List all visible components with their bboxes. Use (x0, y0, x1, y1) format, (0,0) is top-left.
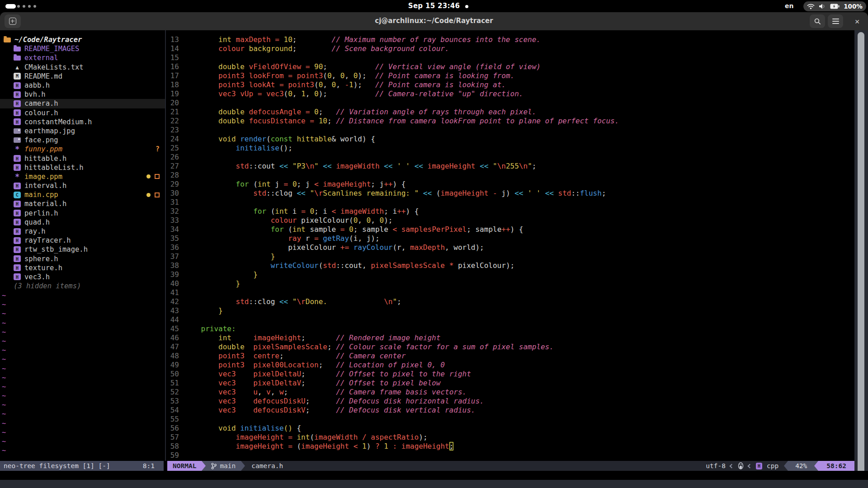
line-number: 16 (166, 62, 179, 71)
h-file-icon: H (14, 264, 21, 271)
code-line-59[interactable]: 59 (166, 451, 854, 460)
code-line-52[interactable]: 52 vec3 u, v, w; // Camera frame basis v… (166, 388, 854, 397)
code-line-24[interactable]: 24 void render(const hittable& world) { (166, 135, 854, 144)
tree-item-(3 hidden items)[interactable]: (3 hidden items) (0, 282, 165, 291)
code-line-53[interactable]: 53 vec3 defocusDiskU; // Defocus disk ho… (166, 397, 854, 406)
code-line-46[interactable]: 46 int imageHeight; // Rendered image he… (166, 333, 854, 343)
code-line-34[interactable]: 34 for (int sample = 0; sample < samples… (166, 225, 854, 234)
tree-item-earthmap.jpg[interactable]: earthmap.jpg (0, 127, 165, 136)
code-line-36[interactable]: 36 pixelColour += rayColour(r, maxDepth,… (166, 243, 854, 252)
code-line-44[interactable]: 44 (166, 315, 854, 324)
code-line-50[interactable]: 50 vec3 pixelDeltaU; // Offset to pixel … (166, 370, 854, 379)
code-line-55[interactable]: 55 (166, 415, 854, 424)
code-line-58[interactable]: 58 imageHeight = (imageHeight < 1) ? 1 :… (166, 442, 854, 451)
code-line-38[interactable]: 38 writeColour(std::cout, pixelSamplesSc… (166, 261, 854, 270)
code-line-15[interactable]: 15 (166, 53, 854, 62)
tree-item-rayTracer.h[interactable]: HrayTracer.h (0, 236, 165, 245)
tree-item-hittable.h[interactable]: Hhittable.h (0, 154, 165, 163)
code-line-56[interactable]: 56 void initialise() { (166, 424, 854, 433)
tree-item-perlin.h[interactable]: Hperlin.h (0, 209, 165, 218)
folder-file-icon (14, 47, 21, 52)
tree-item-material.h[interactable]: Hmaterial.h (0, 199, 165, 208)
code-line-32[interactable]: 32 for (int i = 0; i < imageWidth; i++) … (166, 207, 854, 216)
tree-item-~/Code/Raytracer[interactable]: ~/Code/Raytracer (0, 35, 165, 44)
tree-item-sphere.h[interactable]: Hsphere.h (0, 254, 165, 263)
tree-item-ray.h[interactable]: Hray.h (0, 227, 165, 236)
code-line-35[interactable]: 35 ray r = getRay(i, j); (166, 234, 854, 243)
clock[interactable]: Sep 15 23:46 (0, 2, 868, 10)
tree-item-interval.h[interactable]: Hinterval.h (0, 181, 165, 190)
code-line-57[interactable]: 57 imageHeight = int(imageWidth / aspect… (166, 433, 854, 442)
md-file-icon: M (14, 73, 21, 80)
code-editor[interactable]: 13 int maxDepth = 10; // Maximum number … (166, 30, 854, 461)
tree-item-constantMedium.h[interactable]: HconstantMedium.h (0, 117, 165, 127)
tree-item-label: image.ppm (24, 173, 62, 181)
code-line-16[interactable]: 16 double vFieldOfView = 90; // Vertical… (166, 62, 854, 71)
code-line-30[interactable]: 30 std::clog << "\rScanlines remaining: … (166, 189, 854, 198)
tree-item-main.cpp[interactable]: Cmain.cpp (0, 190, 165, 199)
tree-item-camera.h[interactable]: Hcamera.h (0, 99, 165, 108)
code-line-49[interactable]: 49 point3 pixel00Location; // Location o… (166, 361, 854, 370)
code-line-43[interactable]: 43 } (166, 306, 854, 315)
line-number: 47 (166, 343, 179, 352)
code-line-20[interactable]: 20 (166, 99, 854, 108)
h-file-icon: H (14, 255, 21, 262)
code-line-17[interactable]: 17 point3 lookFrom = point3(0, 0, 0); //… (166, 71, 854, 80)
tree-item-texture.h[interactable]: Htexture.h (0, 263, 165, 272)
tree-item-face.png[interactable]: face.png (0, 136, 165, 145)
tree-item-colour.h[interactable]: Hcolour.h (0, 108, 165, 117)
line-number: 45 (166, 324, 179, 333)
code-line-37[interactable]: 37 } (166, 252, 854, 261)
h-file-icon: H (14, 219, 21, 225)
scrollbar-track[interactable] (854, 30, 868, 488)
code-line-39[interactable]: 39 } (166, 270, 854, 279)
code-line-54[interactable]: 54 vec3 defocusDiskV; // Defocus disk ve… (166, 406, 854, 415)
code-line-13[interactable]: 13 int maxDepth = 10; // Maximum number … (166, 35, 854, 44)
code-line-26[interactable]: 26 (166, 153, 854, 162)
tree-item-label: rayTracer.h (24, 236, 71, 244)
code-line-14[interactable]: 14 colour background; // Scene backgroun… (166, 44, 854, 53)
tree-item-funny.ppm[interactable]: *funny.ppm? (0, 145, 165, 154)
input-language-indicator[interactable]: en (785, 2, 793, 9)
img-file-icon (14, 137, 21, 143)
code-line-48[interactable]: 48 point3 centre; // Camera center (166, 352, 854, 361)
code-line-51[interactable]: 51 vec3 pixelDeltaV; // Offset to pixel … (166, 379, 854, 388)
scrollbar-thumb[interactable] (858, 32, 864, 484)
tree-item-vec3.h[interactable]: Hvec3.h (0, 272, 165, 282)
code-line-33[interactable]: 33 colour pixelColour(0, 0, 0); (166, 216, 854, 225)
code-line-41[interactable]: 41 (166, 288, 854, 297)
code-line-18[interactable]: 18 point3 lookAt = point3(0, 0, -1); // … (166, 80, 854, 89)
file-tree[interactable]: ~/Code/RaytracerREADME_IMAGESexternal▲CM… (0, 30, 165, 461)
code-line-27[interactable]: 27 std::cout << "P3\n" << imageWidth << … (166, 162, 854, 171)
search-button[interactable] (810, 14, 825, 28)
tree-item-README_IMAGES[interactable]: README_IMAGES (0, 44, 165, 53)
cursor-position: 58:62 (818, 461, 854, 471)
code-line-40[interactable]: 40 } (166, 279, 854, 288)
code-line-23[interactable]: 23 (166, 126, 854, 135)
tree-item-rtw_stb_image.h[interactable]: Hrtw_stb_image.h (0, 245, 165, 254)
window-bottom-edge (0, 480, 868, 488)
tree-item-image.ppm[interactable]: *image.ppm (0, 172, 165, 181)
tree-item-external[interactable]: external (0, 53, 165, 62)
tree-item-aabb.h[interactable]: Haabb.h (0, 81, 165, 90)
code-line-19[interactable]: 19 vec3 vUp = vec3(0, 1, 0); // Camera-r… (166, 89, 854, 99)
code-line-47[interactable]: 47 double pixelSamplesScale; // Colour s… (166, 343, 854, 352)
tree-item-CMakeLists.txt[interactable]: ▲CMakeLists.txt (0, 63, 165, 72)
line-number: 37 (166, 252, 179, 261)
tree-item-quad.h[interactable]: Hquad.h (0, 218, 165, 227)
tree-item-bvh.h[interactable]: Hbvh.h (0, 90, 165, 99)
tree-item-hittableList.h[interactable]: HhittableList.h (0, 163, 165, 172)
code-line-22[interactable]: 22 double focusDistance = 10; // Distanc… (166, 117, 854, 126)
code-line-45[interactable]: 45 private: (166, 324, 854, 333)
code-line-29[interactable]: 29 for (int j = 0; j < imageHeight; j++)… (166, 180, 854, 189)
close-button[interactable]: ✕ (852, 16, 863, 27)
system-tray[interactable]: 100% (803, 1, 866, 11)
menu-button[interactable] (828, 14, 843, 28)
code-line-21[interactable]: 21 double defocusAngle = 0; // Variation… (166, 108, 854, 117)
end-of-buffer-tilde: ~ (2, 437, 6, 446)
code-line-42[interactable]: 42 std::clog << "\rDone. \n"; (166, 297, 854, 306)
tree-item-README.md[interactable]: MREADME.md (0, 72, 165, 81)
code-line-25[interactable]: 25 initialise(); (166, 144, 854, 153)
code-line-28[interactable]: 28 (166, 171, 854, 180)
code-line-31[interactable]: 31 (166, 198, 854, 207)
